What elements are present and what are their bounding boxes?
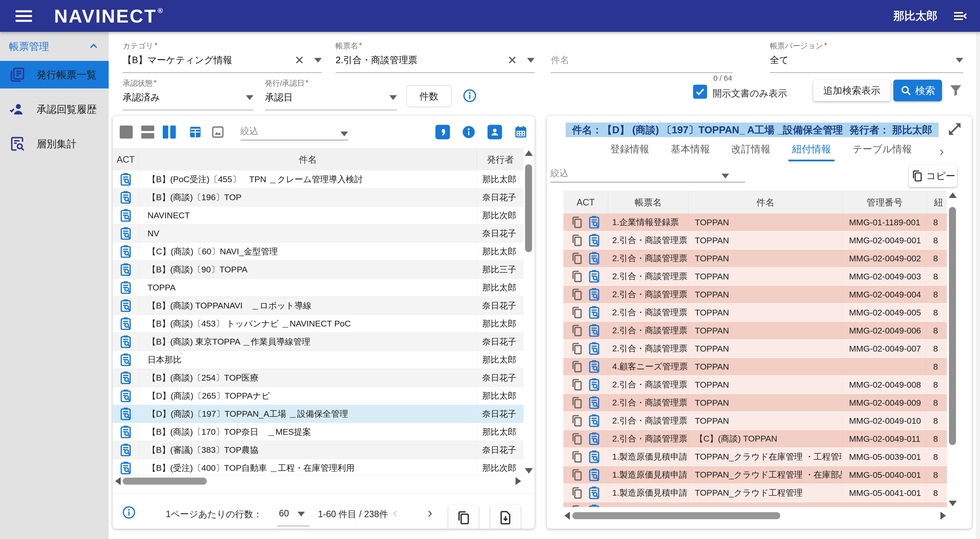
open-form-search-icon[interactable]	[587, 287, 601, 301]
open-form-search-icon[interactable]	[119, 299, 133, 313]
copy-icon[interactable]	[570, 215, 584, 229]
copy-icon[interactable]	[570, 270, 584, 283]
image-view-icon[interactable]	[211, 125, 225, 139]
copy-icon[interactable]	[570, 450, 584, 464]
table-row[interactable]: 【B】(受注)〔400〕TOP自動車 ＿工程・在庫管理利用 那比次郎	[113, 459, 523, 475]
clear-icon[interactable]: ✕	[294, 54, 304, 66]
user-name[interactable]: 那比太郎	[893, 8, 937, 23]
table-row[interactable]: 【B】(PoC受注)〔455〕 TPN ＿クレーム管理導入検討 那比太郎	[113, 171, 523, 188]
column-header-linked[interactable]: 紐	[927, 191, 947, 214]
table-view-icon[interactable]	[188, 125, 202, 139]
calendar-icon[interactable]	[514, 125, 528, 139]
column-header-subject[interactable]: 件名	[139, 148, 477, 171]
subject-input[interactable]: 件名	[551, 54, 733, 66]
table-row[interactable]: 2.引合・商談管理票 TOPPAN MMG-02-0049-005 8	[563, 304, 947, 322]
search-button[interactable]: 検索	[893, 80, 942, 101]
table-row[interactable]: 【B】(審議)〔383〕TOP農協 奈日花子	[113, 441, 523, 459]
view-single-icon[interactable]	[120, 126, 133, 139]
tab-linked-info[interactable]: 紐付情報	[792, 142, 831, 161]
table-row[interactable]: 日本那比 那比太郎	[113, 351, 523, 369]
table-row[interactable]: 【B】(商談)〔90〕TOPPA 那比三子	[113, 261, 523, 279]
table-row[interactable]: 【D】(商談)〔265〕TOPPAナビ 那比太郎	[113, 387, 523, 405]
disclosure-checkbox-label[interactable]: 開示文書のみ表示	[713, 87, 787, 100]
column-header-form-name[interactable]: 帳票名	[608, 191, 688, 214]
open-form-search-icon[interactable]	[119, 389, 133, 403]
table-row[interactable]: 【B】(商談)〔170〕TOP奈日 ＿MES提案 那比太郎	[113, 423, 523, 441]
column-header-act[interactable]: ACT	[113, 148, 139, 171]
open-form-search-icon[interactable]	[119, 281, 133, 295]
open-form-search-icon[interactable]	[587, 251, 601, 265]
open-form-search-icon[interactable]	[587, 378, 601, 392]
table-row[interactable]: 2.引合・商談管理票 TOPPAN MMG-02-0049-004 8	[563, 285, 947, 304]
chevron-down-icon[interactable]	[314, 58, 322, 63]
tabs-more-chevron[interactable]: ›	[939, 144, 944, 159]
copy-icon[interactable]	[570, 324, 584, 337]
table-row[interactable]: 【C】(商談)〔60〕NAVI_金型管理 那比太郎	[113, 242, 523, 261]
open-form-search-icon[interactable]	[119, 190, 133, 204]
filter-funnel-icon[interactable]	[948, 83, 964, 98]
table-row[interactable]: NV 奈日花子	[113, 225, 523, 242]
open-form-search-icon[interactable]	[587, 395, 601, 410]
detail-filter-select[interactable]: 絞込	[550, 166, 745, 182]
open-form-search-icon[interactable]	[119, 244, 133, 258]
copy-icon[interactable]	[570, 288, 584, 301]
chevron-down-icon[interactable]	[389, 95, 397, 100]
open-form-search-icon[interactable]	[119, 172, 133, 187]
table-row[interactable]: 2.引合・商談管理票 TOPPAN MMG-02-0049-010 8	[563, 412, 947, 430]
open-form-search-icon[interactable]	[587, 341, 601, 356]
table-row[interactable]: 【B】(商談)〔453〕 トッパンナビ ＿NAVINECT PoC 那比太郎	[113, 315, 523, 333]
view-split-vertical-icon[interactable]	[163, 126, 176, 139]
open-form-search-icon[interactable]	[587, 324, 601, 338]
left-horizontal-scrollbar[interactable]	[113, 475, 523, 487]
count-button[interactable]: 件数	[406, 85, 452, 107]
export-download-button[interactable]	[490, 505, 520, 529]
copy-icon[interactable]	[570, 396, 584, 410]
copy-icon[interactable]	[570, 432, 584, 445]
additional-search-button[interactable]: 追加検索表示	[813, 80, 890, 101]
page-scrollbar-track[interactable]	[976, 32, 980, 539]
table-row[interactable]: NAVINECT 那比次郎	[113, 206, 523, 225]
table-row[interactable]: 【B】(商談) TOPPANAVI ＿ロボット導線 奈日花子	[113, 297, 523, 315]
copy-icon[interactable]	[570, 378, 584, 391]
tab-basic-info[interactable]: 基本情報	[671, 142, 710, 161]
table-row[interactable]: 2.引合・商談管理票 【C】(商談) TOPPAN MMG-02-0049-01…	[563, 430, 947, 448]
form-name-field[interactable]: 帳票名* 2.引合・商談管理票 ✕	[336, 41, 535, 73]
table-row[interactable]: 1.製造原価見積申請 TOPPAN_クラウド在庫管理 ・工程管理 MMG-05-…	[563, 448, 947, 466]
table-row[interactable]: 2.引合・商談管理票 TOPPAN MMG-02-0049-002 8	[563, 250, 947, 268]
table-row[interactable]: 4.顧客ニーズ管理票 TOPPAN 8	[563, 358, 947, 376]
chevron-down-icon[interactable]	[956, 58, 963, 63]
chevron-down-icon[interactable]	[246, 95, 253, 100]
clear-icon[interactable]: ✕	[507, 54, 517, 66]
column-header-control-number[interactable]: 管理番号	[842, 191, 927, 214]
category-field[interactable]: カテゴリ* 【B】マーケティング情報 ✕	[123, 41, 322, 73]
table-row[interactable]: TOPPA 那比太郎	[113, 279, 523, 297]
copy-icon[interactable]	[570, 306, 584, 319]
column-header-act[interactable]: ACT	[563, 191, 608, 214]
sidebar-item-approval-history[interactable]: 承認回覧履歴	[0, 96, 109, 123]
copy-icon[interactable]	[570, 360, 584, 373]
info-filled-icon[interactable]	[461, 125, 476, 139]
quote-comment-icon[interactable]	[436, 125, 450, 139]
open-form-search-icon[interactable]	[119, 461, 133, 475]
rows-per-page-value[interactable]: 60	[279, 508, 289, 519]
next-page-button[interactable]: ›	[428, 506, 433, 520]
open-form-search-icon[interactable]	[119, 226, 133, 241]
issue-date-field[interactable]: 発行/承認日* 承認日	[265, 78, 397, 110]
approval-status-field[interactable]: 承認状態* 承認済み	[123, 78, 253, 110]
table-row[interactable]: 【D】(商談)〔197〕TOPPAN_A工場 ＿設備保全管理 奈日花子	[113, 405, 523, 423]
copy-icon[interactable]	[570, 342, 584, 355]
sidebar-item-issued-forms[interactable]: 発行帳票一覧	[0, 61, 109, 88]
table-row[interactable]: 2.引合・商談管理票 TOPPAN MMG-02-0049-008 8	[563, 376, 947, 394]
open-form-search-icon[interactable]	[587, 270, 601, 284]
menu-open-icon[interactable]	[952, 8, 968, 24]
copy-icon[interactable]	[570, 234, 584, 247]
open-form-search-icon[interactable]	[587, 432, 601, 446]
copy-icon[interactable]	[570, 414, 584, 427]
open-form-search-icon[interactable]	[119, 317, 133, 331]
column-header-subject[interactable]: 件名	[688, 191, 842, 214]
table-row[interactable]: 【B】(商談)〔254〕TOP医療 奈日花子	[113, 369, 523, 387]
table-row[interactable]: 【B】(商談)〔196〕TOP 奈日花子	[113, 188, 523, 206]
chevron-down-icon[interactable]	[298, 512, 305, 517]
open-form-search-icon[interactable]	[119, 443, 133, 457]
open-form-search-icon[interactable]	[587, 414, 601, 428]
